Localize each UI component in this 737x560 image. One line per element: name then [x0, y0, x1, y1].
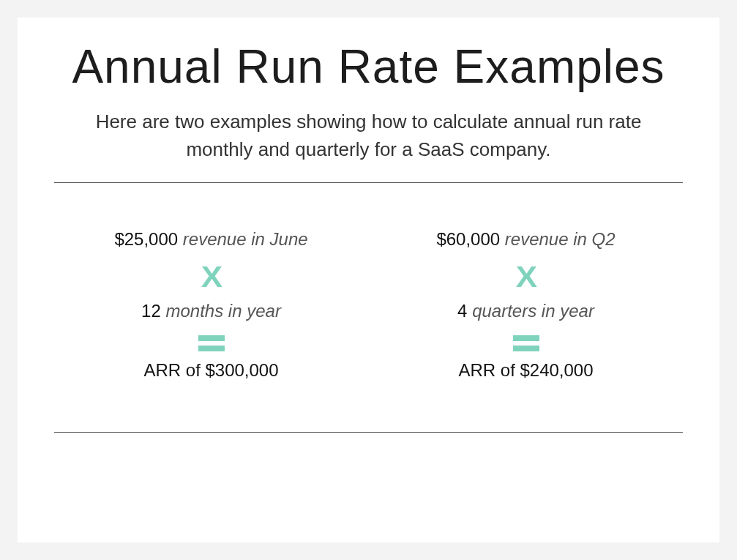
multiplier-label: quarters in year	[472, 301, 594, 321]
svg-rect-3	[513, 346, 539, 351]
revenue-label: revenue in Q2	[505, 229, 616, 249]
equals-icon	[398, 334, 654, 353]
examples-row: $25,000 revenue in June X 12 months in y…	[54, 183, 683, 431]
multiplier-label: months in year	[165, 301, 280, 321]
equals-icon	[83, 334, 340, 353]
multiplier-amount: 4	[457, 301, 467, 321]
result-line: ARR of $240,000	[398, 360, 654, 381]
page-subtitle: Here are two examples showing how to cal…	[76, 108, 662, 163]
multiplier-line: 12 months in year	[83, 299, 340, 324]
revenue-line: $25,000 revenue in June	[83, 227, 340, 252]
svg-rect-2	[513, 335, 539, 341]
example-monthly: $25,000 revenue in June X 12 months in y…	[83, 227, 340, 380]
divider-bottom	[54, 432, 683, 433]
revenue-amount: $60,000	[436, 229, 500, 249]
multiplier-line: 4 quarters in year	[398, 299, 654, 324]
card: Annual Run Rate Examples Here are two ex…	[18, 18, 719, 542]
revenue-line: $60,000 revenue in Q2	[398, 227, 654, 252]
multiply-icon: X	[70, 262, 352, 291]
revenue-amount: $25,000	[114, 229, 178, 249]
example-quarterly: $60,000 revenue in Q2 X 4 quarters in ye…	[398, 227, 654, 380]
multiplier-amount: 12	[141, 301, 161, 321]
multiply-icon: X	[385, 262, 667, 291]
result-line: ARR of $300,000	[83, 360, 340, 381]
svg-rect-1	[198, 346, 225, 351]
svg-rect-0	[198, 335, 225, 341]
revenue-label: revenue in June	[183, 229, 308, 249]
page-title: Annual Run Rate Examples	[54, 40, 683, 94]
